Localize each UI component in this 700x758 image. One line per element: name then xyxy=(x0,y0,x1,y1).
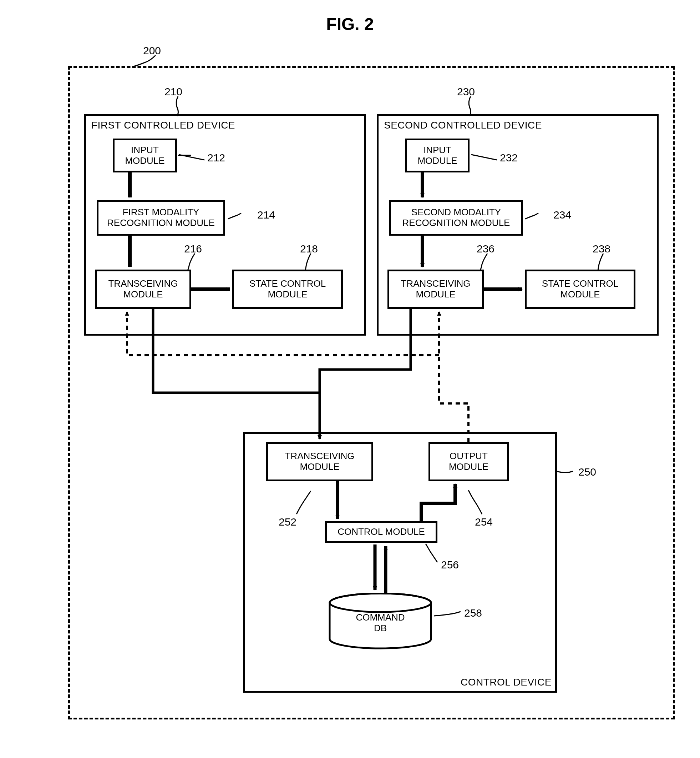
d2-modality-refnum: 234 xyxy=(553,209,571,221)
figure-title: FIG. 2 xyxy=(14,14,686,34)
d1-state-refnum: 218 xyxy=(300,243,318,255)
command-db-refnum: 258 xyxy=(464,607,482,619)
first-device-title: FIRST CONTROLLED DEVICE xyxy=(91,120,235,131)
d1-input-refnum: 212 xyxy=(207,152,225,164)
command-db: COMMANDDB xyxy=(328,593,432,648)
d1-modality-refnum: 214 xyxy=(257,209,275,221)
ctrl-output-module: OUTPUTMODULE xyxy=(428,442,509,481)
d1-transceiving-module: TRANSCEIVINGMODULE xyxy=(95,269,191,309)
d2-transceiving-refnum: 236 xyxy=(477,243,494,255)
ctrl-control-module: CONTROL MODULE xyxy=(325,521,438,543)
d1-input-module: INPUTMODULE xyxy=(113,139,177,172)
d2-input-refnum: 232 xyxy=(500,152,518,164)
d1-state-module: STATE CONTROLMODULE xyxy=(232,269,343,309)
ctrl-output-refnum: 254 xyxy=(475,516,493,528)
command-db-label: COMMANDDB xyxy=(328,612,432,634)
second-device-refnum: 230 xyxy=(457,86,475,98)
control-device-title: CONTROL DEVICE xyxy=(461,677,552,688)
ctrl-control-refnum: 256 xyxy=(441,559,459,571)
d2-state-module: STATE CONTROLMODULE xyxy=(525,269,636,309)
d2-input-module: INPUTMODULE xyxy=(405,139,470,172)
ctrl-transceiving-refnum: 252 xyxy=(279,516,297,528)
d2-state-refnum: 238 xyxy=(592,243,611,255)
d1-transceiving-refnum: 216 xyxy=(184,243,202,255)
first-device-refnum: 210 xyxy=(164,86,182,98)
diagram-stage: 200 FIRST CONTROLLED DEVICE 210 INPUTMOD… xyxy=(15,45,685,723)
ctrl-transceiving-module: TRANSCEIVINGMODULE xyxy=(266,442,373,481)
system-refnum: 200 xyxy=(143,45,161,57)
d2-transceiving-module: TRANSCEIVINGMODULE xyxy=(388,269,484,309)
d1-modality-module: FIRST MODALITYRECOGNITION MODULE xyxy=(97,200,225,236)
second-device-title: SECOND CONTROLLED DEVICE xyxy=(384,120,542,131)
d2-modality-module: SECOND MODALITYRECOGNITION MODULE xyxy=(389,200,523,236)
control-device-refnum: 250 xyxy=(578,466,596,478)
